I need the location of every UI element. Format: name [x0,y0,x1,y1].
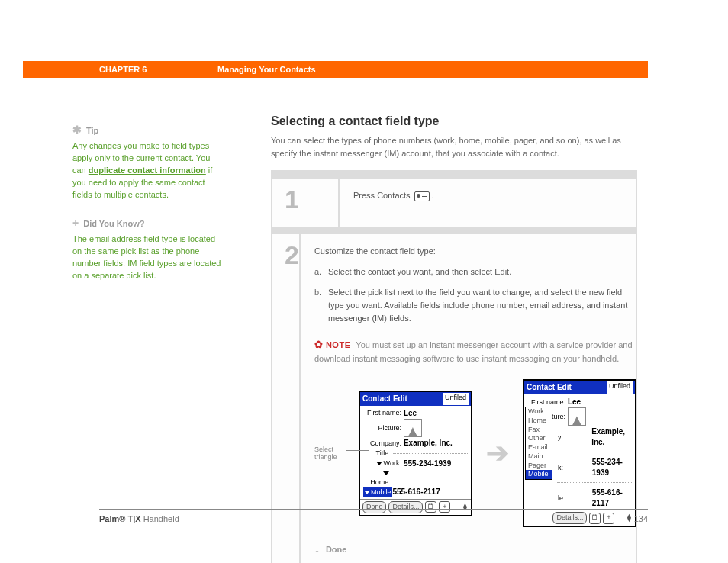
picklist-item-home[interactable]: Home [526,417,552,426]
pda1-picture-label: Picture: [363,423,404,433]
pda2-mobile-partial: le: [527,494,592,503]
pda-screen-after-wrap: Contact Edit Unfiled First name:Lee Pict… [523,379,636,527]
note-row: ✿NOTE You must set up an instant messeng… [314,337,636,365]
pda1-category[interactable]: Unfiled [443,393,469,405]
picklist-item-pager[interactable]: Pager [526,462,552,471]
footer-brand: Palm® T|X Handheld [99,514,179,523]
pda2-company[interactable]: Example, Inc. [591,426,632,447]
picklist-item-other[interactable]: Other [526,434,552,443]
screenshots-row: Select triangle Contact Edit Unfiled Fir… [314,379,636,527]
tip-block: ✱Tip Any changes you make to field types… [72,122,225,201]
done-arrow-icon: ↓ [314,541,320,558]
step-2a-label: a. [314,265,328,278]
pda2-work-value[interactable]: 555-234-1939 [592,457,632,478]
pda1-work-value[interactable]: 555-234-1939 [404,458,451,469]
step-1-row: 1 Press Contacts . [272,172,636,227]
avatar-icon[interactable] [568,407,586,426]
footer-brand-tail: Handheld [141,514,179,523]
pda1-work-picklist[interactable]: Work: [363,458,404,468]
picklist-item-fax[interactable]: Fax [526,426,552,435]
triangle-down-white-icon [365,491,369,494]
arrow-right-icon: ➔ [486,432,509,475]
step-2b-text: Select the pick list next to the field y… [328,286,636,325]
step-2-lead: Customize the contact field type: [314,245,636,258]
pda1-company[interactable]: Example, Inc. [404,438,453,449]
page: CHAPTER 6 Managing Your Contacts ✱Tip An… [0,0,728,563]
duplicate-contact-link[interactable]: duplicate contact information [89,166,206,175]
done-label: Done [326,543,347,556]
picklist-item-email[interactable]: E-mail [526,443,552,452]
footer-brand-bold: Palm [99,514,119,523]
tip-body: Any changes you make to field types appl… [72,140,225,201]
annotation-text: Select triangle [314,446,337,462]
pda2-titlebar: Contact Edit Unfiled [524,381,635,394]
main-content: Selecting a contact field type You can s… [271,114,637,563]
page-footer: Palm® T|X Handheld 134 [99,509,648,523]
pda1-home-picklist[interactable]: Home: [363,468,393,487]
pda2-title: Contact Edit [527,381,572,394]
pda2-firstname[interactable]: Lee [568,397,581,407]
contacts-hardware-button-icon [414,191,430,201]
pda2-category[interactable]: Unfiled [607,381,633,394]
chapter-title: Managing Your Contacts [217,65,316,74]
pda1-company-label: Company: [363,439,404,448]
triangle-down-icon [376,462,382,465]
field-type-picklist[interactable]: Work Home Fax Other E-mail Main Pager Mo… [525,407,552,480]
tip-heading-text: Tip [86,126,98,135]
note-text: You must set up an instant messenger acc… [314,340,633,363]
avatar-icon[interactable] [404,419,422,437]
pda-screen-before: Contact Edit Unfiled First name:Lee Pict… [359,391,472,516]
picklist-item-mobile-selected[interactable]: Mobile [526,470,552,479]
pda1-mobile-value[interactable]: 555-616-2117 [392,487,440,497]
pda2-title-field[interactable] [557,452,632,452]
step-2a-text: Select the contact you want, and then se… [328,265,636,278]
tip-heading: ✱Tip [72,122,225,137]
page-number: 134 [634,514,648,523]
step-1-text: Press Contacts [353,191,413,200]
note-label: NOTE [326,340,351,349]
step-1-number: 1 [272,179,340,227]
dyk-heading: +Did You Know? [72,215,225,230]
pda1-mobile-picklist-selected[interactable]: Mobile [363,487,393,497]
pda2-home-field[interactable] [557,482,632,483]
annotation-leader-line [346,450,369,451]
triangle-down-icon [383,471,389,475]
pda1-firstname[interactable]: Lee [404,408,417,419]
picklist-item-work[interactable]: Work [526,407,552,417]
pda1-body: First name:Lee Picture: Company:Example,… [360,406,471,499]
step-2a: a. Select the contact you want, and then… [314,265,636,278]
select-triangle-annotation: Select triangle [314,446,345,462]
chapter-header-bar: CHAPTER 6 Managing Your Contacts [23,61,648,78]
pda1-titlebar: Contact Edit Unfiled [360,392,471,406]
pda1-title-field[interactable] [393,453,468,454]
dyk-body: The email address field type is located … [72,233,225,282]
didyouknow-block: +Did You Know? The email address field t… [72,215,225,282]
step-1-body: Press Contacts . [340,179,636,227]
asterisk-icon: ✱ [72,124,82,136]
footer-brand-mid: ® T|X [119,514,140,523]
pda1-home-field[interactable] [393,478,468,478]
dyk-heading-text: Did You Know? [83,219,144,228]
pda2-mobile-value[interactable]: 555-616-2117 [592,487,632,508]
picklist-item-main[interactable]: Main [526,452,552,462]
pda1-title: Contact Edit [362,393,407,405]
step-2b-label: b. [314,286,328,325]
plus-icon: + [72,217,79,229]
sidebar: ✱Tip Any changes you make to field types… [72,122,225,296]
step-2b: b. Select the pick list next to the fiel… [314,286,636,325]
pda1-firstname-label: First name: [363,408,404,417]
section-heading: Selecting a contact field type [271,114,637,128]
note-icon: ✿ [314,337,323,352]
section-intro: You can select the types of phone number… [271,134,637,159]
pda2-firstname-label: First name: [527,397,568,407]
chapter-label: CHAPTER 6 [99,65,217,74]
steps-box: 1 Press Contacts . 2 Customize the conta… [271,170,637,563]
done-indicator: ↓ Done [314,541,636,558]
